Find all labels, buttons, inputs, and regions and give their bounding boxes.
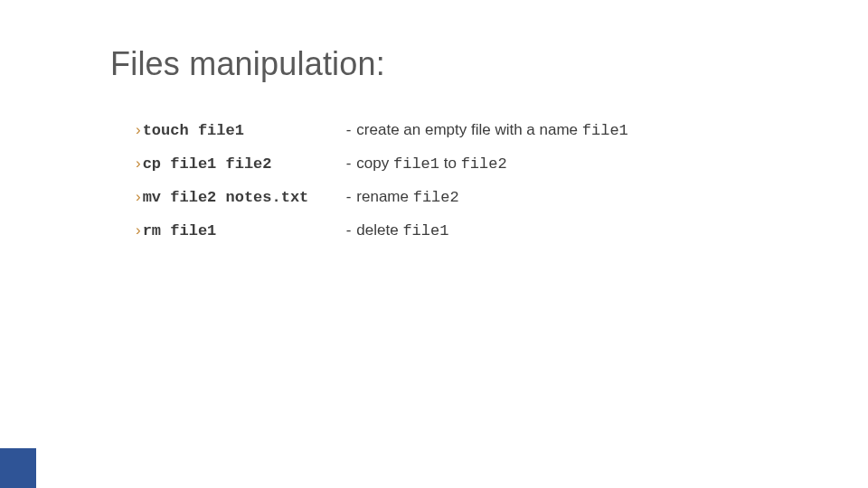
- desc-mono: file2: [461, 155, 507, 173]
- desc-mono: file1: [402, 222, 448, 239]
- accent-bar: [0, 448, 36, 488]
- dash: -: [346, 154, 352, 174]
- desc-text: to: [439, 155, 461, 172]
- description: create an empty file with a name file1: [356, 120, 627, 141]
- slide: Files manipulation: › touch file1 - crea…: [0, 0, 868, 488]
- bullet-icon: ›: [136, 120, 141, 140]
- desc-mono: file2: [413, 189, 459, 206]
- command-text: mv file2 notes.txt: [143, 188, 346, 208]
- list-item: › touch file1 - create an empty file wit…: [136, 120, 628, 141]
- dash: -: [346, 187, 352, 207]
- desc-text: copy: [356, 155, 393, 172]
- desc-text: rename: [356, 188, 412, 205]
- desc-mono: file1: [393, 155, 439, 173]
- command-text: touch file1: [143, 121, 346, 141]
- bullet-icon: ›: [136, 221, 141, 240]
- list-item: › mv file2 notes.txt - rename file2: [136, 187, 628, 208]
- desc-text: delete: [356, 221, 402, 239]
- slide-title: Files manipulation:: [110, 45, 385, 83]
- dash: -: [346, 221, 352, 240]
- description: rename file2: [356, 187, 458, 208]
- command-text: cp file1 file2: [143, 155, 346, 174]
- content-block: › touch file1 - create an empty file wit…: [136, 120, 628, 254]
- list-item: › rm file1 - delete file1: [136, 221, 628, 241]
- command-text: rm file1: [143, 221, 346, 241]
- dash: -: [346, 120, 352, 140]
- desc-mono: file1: [582, 122, 628, 139]
- description: copy file1 to file2: [356, 154, 506, 174]
- description: delete file1: [356, 221, 448, 241]
- desc-text: create an empty file with a name: [356, 121, 581, 138]
- bullet-icon: ›: [136, 154, 141, 174]
- bullet-icon: ›: [136, 187, 141, 207]
- list-item: › cp file1 file2 - copy file1 to file2: [136, 154, 628, 174]
